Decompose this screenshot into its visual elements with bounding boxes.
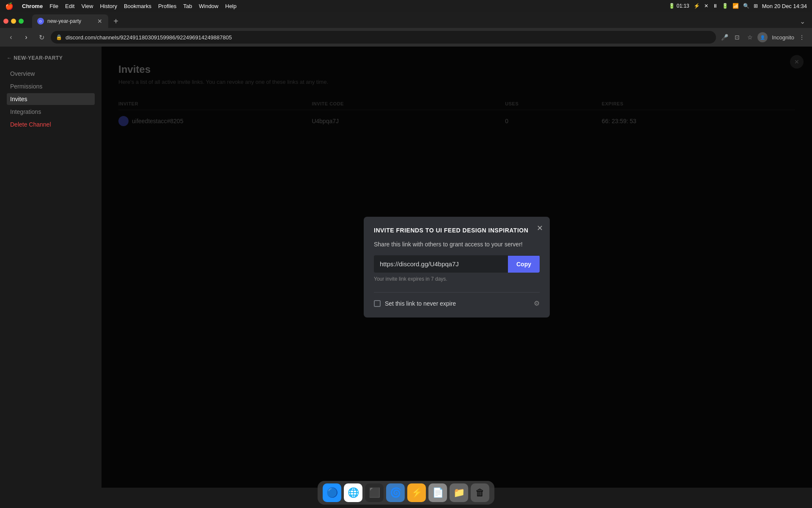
menubar-help[interactable]: Help <box>222 2 240 10</box>
browser-icon: 🌀 <box>390 487 401 498</box>
bookmark-icon[interactable]: ☆ <box>745 32 755 42</box>
clock: Mon 20 Dec 14:34 <box>762 3 807 9</box>
battery-icon: 🔋 <box>722 3 728 9</box>
sidebar-item-invites[interactable]: Invites <box>7 93 95 105</box>
address-bar[interactable]: 🔒 discord.com/channels/92249118030915998… <box>51 31 716 44</box>
profile-label: Incognito <box>772 34 794 41</box>
menubar-chrome[interactable]: Chrome <box>19 2 46 10</box>
tab-strip-menu[interactable]: ⌄ <box>800 17 805 25</box>
microphone-icon[interactable]: 🎤 <box>719 32 730 42</box>
invite-link-row: Copy <box>374 255 540 273</box>
dock-lightning[interactable]: ⚡ <box>407 483 426 502</box>
apple-menu[interactable]: 🍎 <box>5 2 14 10</box>
tab-favicon: D <box>37 18 44 25</box>
dock-terminal[interactable]: ⬛ <box>365 483 384 502</box>
copy-button[interactable]: Copy <box>508 256 540 273</box>
folder-icon: 📁 <box>453 487 465 498</box>
sidebar-item-overview[interactable]: Overview <box>7 68 95 80</box>
lightning-indicator: ⚡ <box>694 3 700 9</box>
never-expire-checkbox[interactable] <box>374 300 381 307</box>
search-icon[interactable]: 🔍 <box>743 3 749 9</box>
modal-divider <box>374 292 540 293</box>
new-tab-button[interactable]: + <box>110 15 122 27</box>
back-button[interactable]: ‹ <box>5 31 17 43</box>
forward-button[interactable]: › <box>20 31 32 43</box>
sidebar-item-permissions[interactable]: Permissions <box>7 80 95 92</box>
dock-finder[interactable]: 🔵 <box>323 483 341 502</box>
dock-browser[interactable]: 🌀 <box>386 483 405 502</box>
dock-chrome[interactable]: 🌐 <box>344 483 362 502</box>
traffic-lights <box>3 19 24 24</box>
sidebar-item-integrations[interactable]: Integrations <box>7 106 95 118</box>
menu-extra-1: ✕ <box>704 3 708 9</box>
menubar-bookmarks[interactable]: Bookmarks <box>121 2 155 10</box>
lock-icon: 🔒 <box>56 34 62 40</box>
dock-folder[interactable]: 📁 <box>450 483 468 502</box>
picture-in-picture-icon[interactable]: ⊡ <box>732 32 742 42</box>
nav-bar: ‹ › ↻ 🔒 discord.com/channels/92249118030… <box>0 28 812 47</box>
gear-icon[interactable]: ⚙ <box>534 299 540 307</box>
profile-badge[interactable]: 👤 <box>757 32 768 42</box>
nav-icons: 🎤 ⊡ ☆ 👤 Incognito ⋮ <box>719 32 807 42</box>
terminal-icon: ⬛ <box>369 487 380 498</box>
menubar-window[interactable]: Window <box>195 2 222 10</box>
modal-title: INVITE FRIENDS TO UI FEED DESIGN INSPIRA… <box>374 227 540 234</box>
control-strip: ⏸ <box>713 3 718 9</box>
menubar-file[interactable]: File <box>46 2 62 10</box>
menubar-profiles[interactable]: Profiles <box>155 2 180 10</box>
server-name: ← NEW-YEAR-PARTY <box>7 55 95 61</box>
active-tab[interactable]: D new-year-party ✕ <box>32 14 108 28</box>
maximize-window-button[interactable] <box>19 19 24 24</box>
chrome-icon: 🌐 <box>348 487 359 498</box>
never-expire-label: Set this link to never expire <box>385 300 456 307</box>
dock-files[interactable]: 📄 <box>428 483 447 502</box>
url-text: discord.com/channels/922491180309159986/… <box>66 34 711 41</box>
minimize-window-button[interactable] <box>11 19 16 24</box>
dock-trash[interactable]: 🗑 <box>471 483 489 502</box>
never-expire-row: Set this link to never expire ⚙ <box>374 299 540 307</box>
modal-close-button[interactable]: ✕ <box>537 224 543 233</box>
main-content: ← NEW-YEAR-PARTY Overview Permissions In… <box>0 47 812 488</box>
tab-bar: D new-year-party ✕ + ⌄ <box>0 12 812 28</box>
menubar-view[interactable]: View <box>78 2 96 10</box>
trash-icon: 🗑 <box>475 487 485 498</box>
menubar-edit[interactable]: Edit <box>62 2 78 10</box>
reload-button[interactable]: ↻ <box>36 31 47 43</box>
tab-title: new-year-party <box>47 18 93 24</box>
more-menu-icon[interactable]: ⋮ <box>797 32 807 42</box>
invite-modal: INVITE FRIENDS TO UI FEED DESIGN INSPIRA… <box>364 217 550 318</box>
close-window-button[interactable] <box>3 19 8 24</box>
invite-link-input[interactable] <box>374 255 508 273</box>
menubar: 🍎 Chrome File Edit View History Bookmark… <box>0 0 812 12</box>
menubar-tab[interactable]: Tab <box>180 2 195 10</box>
page-content: Invites Here's a list of all active invi… <box>102 47 812 488</box>
modal-overlay: INVITE FRIENDS TO UI FEED DESIGN INSPIRA… <box>102 47 812 488</box>
profile-icon: 👤 <box>760 35 765 40</box>
never-expire-left: Set this link to never expire <box>374 300 456 307</box>
menubar-right: 🔋 01:13 ⚡ ✕ ⏸ 🔋 📶 🔍 ⊞ Mon 20 Dec 14:34 <box>669 3 807 9</box>
wifi-icon: 📶 <box>732 3 739 9</box>
menubar-history[interactable]: History <box>96 2 120 10</box>
tab-close-button[interactable]: ✕ <box>96 18 103 25</box>
expire-text: Your invite link expires in 7 days. <box>374 276 540 282</box>
dock: 🔵 🌐 ⬛ 🌀 ⚡ 📄 📁 🗑 <box>318 481 494 505</box>
modal-description: Share this link with others to grant acc… <box>374 240 540 249</box>
sidebar-item-delete-channel[interactable]: Delete Channel <box>7 119 95 130</box>
lightning-icon: ⚡ <box>411 487 422 498</box>
finder-icon: 🔵 <box>326 487 338 498</box>
battery-indicator: 🔋 01:13 <box>669 3 689 9</box>
files-icon: 📄 <box>432 487 444 498</box>
settings-sidebar: ← NEW-YEAR-PARTY Overview Permissions In… <box>0 47 102 488</box>
browser-chrome: D new-year-party ✕ + ⌄ ‹ › ↻ 🔒 discord.c… <box>0 12 812 47</box>
control-center-icon[interactable]: ⊞ <box>754 3 758 9</box>
